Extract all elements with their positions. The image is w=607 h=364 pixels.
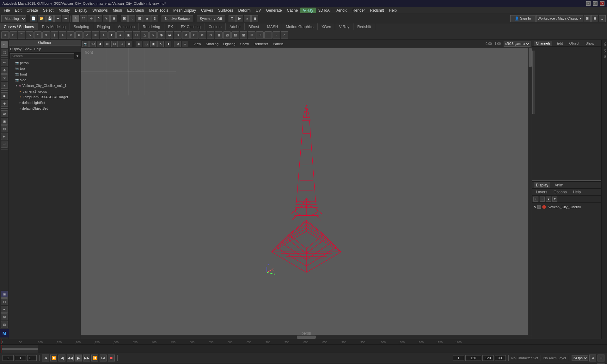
shelf-surface2-icon[interactable]: ◑ xyxy=(157,31,165,39)
render-frame-button[interactable]: ▶ xyxy=(236,15,243,22)
outliner-search-input[interactable] xyxy=(10,53,74,58)
menu-mesh-display[interactable]: Mesh Display xyxy=(171,8,199,13)
vp-shading-btn[interactable]: ◉ xyxy=(136,41,142,47)
shelf-surf10-icon[interactable]: ▨ xyxy=(223,31,231,39)
menu-curves[interactable]: Curves xyxy=(199,8,216,13)
select-tool-button[interactable]: ↖ xyxy=(72,15,79,22)
vp-shadow-btn[interactable]: ◑ xyxy=(165,41,171,47)
tab-rigging[interactable]: Rigging xyxy=(93,23,114,30)
layer-del-btn[interactable]: − xyxy=(540,197,545,202)
tab-bifrost[interactable]: Bifrost xyxy=(245,23,263,30)
shelf-cylinder-icon[interactable]: ⬡ xyxy=(133,31,140,39)
frame-start-input[interactable] xyxy=(3,355,14,361)
ipr-render-button[interactable]: ⏵ xyxy=(244,15,251,22)
save-file-button[interactable]: 💾 xyxy=(46,15,54,22)
shelf-curve2-icon[interactable]: ≈ xyxy=(42,31,50,39)
timeline-area[interactable] xyxy=(0,344,607,353)
vp-menu-renderer[interactable]: Renderer xyxy=(252,41,270,46)
range-max-input[interactable] xyxy=(495,355,506,361)
menu-vray[interactable]: V-Ray xyxy=(300,8,316,13)
prev-frame-start-button[interactable]: ⏮ xyxy=(42,355,49,361)
view-toolbar-btn2[interactable]: ⊠ xyxy=(1,118,8,125)
vp-light-btn[interactable]: ☀ xyxy=(157,41,164,47)
vp-menu-show[interactable]: Show xyxy=(238,41,251,46)
scale-tool-button[interactable]: ⤡ xyxy=(103,15,110,22)
layer-p-checkbox[interactable] xyxy=(537,205,541,209)
shelf-curve4-icon[interactable]: ℒ xyxy=(59,31,66,39)
shelf-surf6-icon[interactable]: ⊙ xyxy=(190,31,198,39)
menu-create[interactable]: Create xyxy=(24,8,40,13)
show-manip-button[interactable]: ⊕ xyxy=(1,100,8,107)
menu-cache[interactable]: Cache xyxy=(284,8,300,13)
status-help-btn[interactable]: ? xyxy=(598,363,604,364)
tab-animation[interactable]: Animation xyxy=(114,23,139,30)
vp-menu-panels[interactable]: Panels xyxy=(271,41,285,46)
tab-adobe[interactable]: Adobe xyxy=(226,23,245,30)
icon-group1-btn2[interactable]: ⊟ xyxy=(1,298,8,305)
display-tab[interactable]: Display xyxy=(534,182,550,188)
layout-button1[interactable]: ⊞ xyxy=(584,15,591,22)
vp-wire-btn[interactable]: ⬚ xyxy=(143,41,149,47)
icon-group1-btn3[interactable]: ≡ xyxy=(1,306,8,313)
shelf-curve9-icon[interactable]: ≻ xyxy=(100,31,107,39)
render-settings-button[interactable]: ⚙ xyxy=(229,15,236,22)
help-tab[interactable]: Help xyxy=(571,189,583,195)
outliner-menu-show[interactable]: Show xyxy=(23,47,32,51)
menu-select[interactable]: Select xyxy=(40,8,56,13)
shelf-sphere-icon[interactable]: ● xyxy=(116,31,124,39)
view-toolbar-btn1[interactable]: 3D xyxy=(1,110,8,117)
shelf-surf8-icon[interactable]: ⊜ xyxy=(207,31,214,39)
vp-xray-btn[interactable]: ⊏ xyxy=(182,41,188,47)
layers-tab[interactable]: Layers xyxy=(534,189,549,195)
paint-select-button[interactable]: ⬚ xyxy=(1,49,8,56)
outliner-menu-display[interactable]: Display xyxy=(10,47,21,51)
rotate-tool-left-button[interactable]: ↻ xyxy=(1,74,8,81)
layer-dn-btn[interactable]: ▼ xyxy=(552,197,557,202)
shelf-pen-icon[interactable]: ✎ xyxy=(26,31,34,39)
icon-group1-btn5[interactable]: ⊡ xyxy=(1,321,8,328)
shelf-curve3-icon[interactable]: ∫ xyxy=(51,31,58,39)
gamma-select[interactable]: sRGB gamma xyxy=(504,41,530,47)
tab-curves-surfaces[interactable]: Curves / Surfaces xyxy=(0,23,38,30)
vp-tex-btn[interactable]: ▣ xyxy=(150,41,156,47)
shelf-arc1-icon[interactable]: ⌒ xyxy=(18,31,25,39)
pause-render-button[interactable]: ⏸ xyxy=(251,15,258,22)
maximize-button[interactable]: □ xyxy=(593,1,598,6)
outliner-item-camera-group[interactable]: ✦ camera1_group xyxy=(9,88,81,94)
shelf-surf5-icon[interactable]: ⊘ xyxy=(182,31,190,39)
anim-tab[interactable]: Anim xyxy=(553,182,565,188)
tab-motion-graphics[interactable]: Motion Graphics xyxy=(282,23,317,30)
shelf-square-icon[interactable]: □ xyxy=(9,31,17,39)
shelf-surf14-icon[interactable]: ⊟ xyxy=(256,31,264,39)
step-back-button[interactable]: ◀ xyxy=(58,355,65,361)
shelf-cube-icon[interactable]: ▣ xyxy=(125,31,132,39)
tab-xgen[interactable]: XGen xyxy=(318,23,335,30)
tab-vray[interactable]: V-Ray xyxy=(335,23,353,30)
menu-deform[interactable]: Deform xyxy=(236,8,253,13)
redo-button[interactable]: ↪ xyxy=(62,15,69,22)
soft-mod-button[interactable]: ◉ xyxy=(1,92,8,99)
frame-current-input[interactable] xyxy=(15,355,26,361)
viewport-vertical-scrollbar[interactable] xyxy=(528,48,532,335)
shelf-surf15-icon[interactable]: ⋯ xyxy=(264,31,272,39)
menu-render[interactable]: Render xyxy=(350,8,367,13)
mode-dropdown[interactable]: Modeling xyxy=(1,15,26,22)
shelf-curve1-icon[interactable]: ~ xyxy=(34,31,42,39)
lasso-tool-button[interactable]: ✏ xyxy=(1,59,8,66)
menu-arnold[interactable]: Arnold xyxy=(334,8,350,13)
shelf-curve6-icon[interactable]: ⊂ xyxy=(75,31,83,39)
menu-edit-mesh[interactable]: Edit Mesh xyxy=(125,8,146,13)
ch-tab-object[interactable]: Object xyxy=(567,41,581,46)
shelf-surf3-icon[interactable]: ◒ xyxy=(166,31,173,39)
menu-edit[interactable]: Edit xyxy=(12,8,24,13)
viewport-panel[interactable]: 📷 HD ◀ ⊞ ⊟ ⊡ ⊠ ◉ ⬚ ▣ ☀ ◑ ⊎ ⊏ View Shadin… xyxy=(81,40,532,339)
menu-3dtool[interactable]: 3DToAll xyxy=(316,8,334,13)
layout-button2[interactable]: ⊟ xyxy=(591,15,598,22)
layer-up-btn[interactable]: ▲ xyxy=(546,197,551,202)
shelf-surf16-icon[interactable]: ⌁ xyxy=(273,31,280,39)
menu-generate[interactable]: Generate xyxy=(263,8,284,13)
outliner-item-default-object-set[interactable]: ○ defaultObjectSet xyxy=(9,106,81,111)
outliner-scrollbar[interactable] xyxy=(532,51,535,114)
vp-btn4[interactable]: ⊡ xyxy=(119,41,125,47)
select-mode-button[interactable]: ↖ xyxy=(1,41,8,48)
